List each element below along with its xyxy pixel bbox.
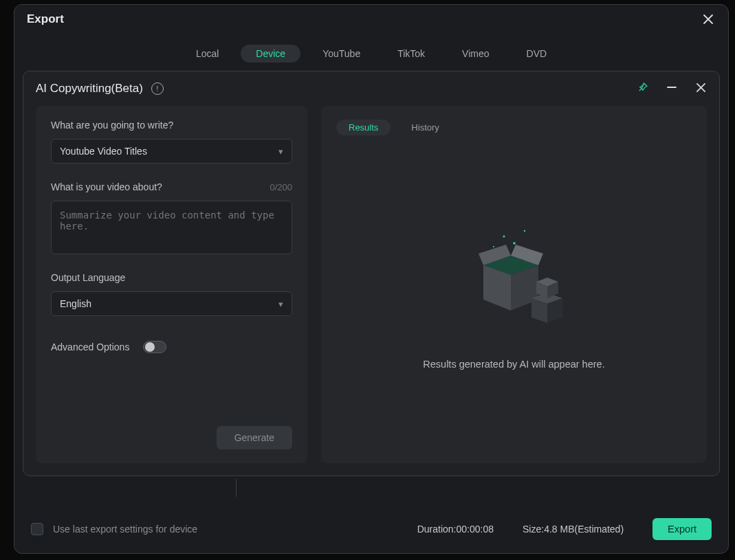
write-prompt-label: What are you going to write? [51, 120, 292, 131]
ai-panel-title: AI Copywriting(Beta) [36, 82, 143, 96]
results-tab[interactable]: Results [336, 120, 391, 135]
export-modal-header: Export [14, 5, 728, 32]
write-type-value: Youtube Video Titles [60, 146, 147, 157]
chevron-down-icon: ▾ [278, 146, 283, 157]
svg-point-2 [513, 242, 516, 245]
footer-divider [23, 479, 720, 497]
about-label: What is your video about? [51, 181, 162, 192]
export-title: Export [27, 12, 64, 26]
ai-results-column: Results History [321, 106, 707, 463]
advanced-options-label: Advanced Options [51, 341, 129, 352]
results-empty-text: Results generated by AI will appear here… [423, 359, 604, 370]
about-counter: 0/200 [270, 182, 292, 192]
use-last-settings-label[interactable]: Use last export settings for device [53, 524, 197, 535]
export-tabs: Local Device YouTube TikTok Vimeo DVD [14, 32, 728, 71]
export-modal: Export Local Device YouTube TikTok Vimeo… [14, 4, 729, 554]
svg-point-0 [503, 235, 505, 237]
size-info: Size:4.8 MB(Estimated) [523, 524, 624, 535]
history-tab[interactable]: History [411, 120, 439, 135]
output-lang-value: English [60, 298, 91, 309]
svg-point-3 [493, 246, 494, 247]
empty-box-icon [459, 223, 569, 339]
results-empty-state: Results generated by AI will appear here… [336, 142, 692, 449]
ai-panel-body: What are you going to write? Youtube Vid… [23, 106, 719, 475]
chevron-down-icon: ▾ [278, 299, 283, 309]
duration-info: Duration:00:00:08 [417, 524, 494, 535]
tab-local[interactable]: Local [181, 45, 234, 63]
output-lang-select[interactable]: English ▾ [51, 291, 292, 316]
tab-youtube[interactable]: YouTube [307, 45, 375, 63]
use-last-settings-checkbox[interactable] [31, 523, 43, 535]
output-lang-label: Output Language [51, 272, 292, 283]
ai-form-column: What are you going to write? Youtube Vid… [36, 106, 307, 463]
panel-close-icon[interactable] [694, 82, 707, 96]
close-icon[interactable] [701, 12, 716, 27]
advanced-options-toggle[interactable] [143, 341, 166, 353]
write-type-select[interactable]: Youtube Video Titles ▾ [51, 139, 292, 164]
ai-panel-header: AI Copywriting(Beta) ! [23, 71, 719, 106]
pin-icon[interactable] [637, 81, 649, 96]
tab-tiktok[interactable]: TikTok [382, 45, 440, 63]
about-textarea[interactable] [51, 201, 292, 254]
info-icon[interactable]: ! [151, 82, 164, 95]
tab-device[interactable]: Device [241, 45, 300, 63]
tab-dvd[interactable]: DVD [512, 45, 562, 63]
minimize-icon[interactable] [666, 82, 678, 96]
export-footer: Use last export settings for device Dura… [14, 505, 728, 553]
generate-button[interactable]: Generate [217, 426, 292, 449]
tab-vimeo[interactable]: Vimeo [447, 45, 504, 63]
svg-point-1 [523, 229, 525, 231]
ai-copywriting-panel: AI Copywriting(Beta) ! What are you goin… [23, 71, 720, 476]
export-button[interactable]: Export [652, 518, 712, 540]
